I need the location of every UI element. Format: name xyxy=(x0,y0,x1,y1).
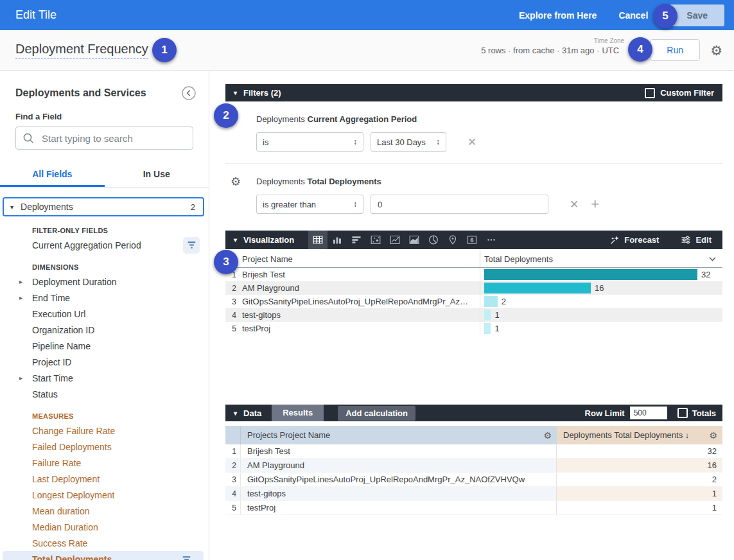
sidebar-field-change-failure-rate[interactable]: Change Failure Rate xyxy=(0,423,209,439)
area-chart-icon[interactable] xyxy=(405,231,424,249)
viz-cell-project-name[interactable]: GitOpsSanityPipeLinesAutoProj_UpRelRepoA… xyxy=(241,297,480,306)
viz-cell-total-deployments[interactable]: 16 xyxy=(480,281,722,295)
single-value-icon[interactable]: 6 xyxy=(462,231,482,249)
sidebar-field-longest-deployment[interactable]: Longest Deployment xyxy=(0,487,209,503)
viz-cell-project-name[interactable]: test-gitops xyxy=(241,310,480,320)
scatter-plot-icon[interactable] xyxy=(366,231,385,249)
field-search-box[interactable] xyxy=(15,127,193,150)
sidebar-field-execution-url[interactable]: Execution Url xyxy=(0,306,209,322)
sidebar-group-deployments[interactable]: ▾ Deployments 2 xyxy=(3,197,204,216)
deployment-bar[interactable] xyxy=(484,310,491,320)
sidebar-field-median-duration[interactable]: Median Duration xyxy=(0,519,209,535)
data-cell-project-name[interactable]: test-gitops xyxy=(241,487,557,500)
viz-cell-project-name[interactable]: AM Playground xyxy=(241,283,480,293)
totals-checkbox[interactable] xyxy=(677,408,688,418)
data-cell-total-deployments[interactable]: 1 xyxy=(557,487,722,500)
viz-cell-project-name[interactable]: testProj xyxy=(241,324,480,333)
edit-viz-button[interactable]: Edit xyxy=(681,235,712,245)
sidebar-field-deployment-duration[interactable]: ▸Deployment Duration xyxy=(0,274,209,290)
add-calculation-button[interactable]: Add calculation xyxy=(338,406,415,421)
collapse-sidebar-icon[interactable] xyxy=(182,86,196,100)
page-title[interactable]: Deployment Frequency xyxy=(15,42,148,59)
visualization-section-bar[interactable]: ▾ Visualization 6 Forecast Edit xyxy=(225,231,722,249)
collapse-caret-icon[interactable]: ▾ xyxy=(234,410,237,417)
sidebar-field-failed-deployments[interactable]: Failed Deployments xyxy=(0,439,209,455)
sidebar-field-project-id[interactable]: Project ID xyxy=(0,354,209,370)
pie-chart-icon[interactable] xyxy=(424,231,443,249)
filter-gear-icon[interactable]: ⚙ xyxy=(231,175,241,189)
sidebar-field-total-deployments[interactable]: Total Deployments xyxy=(3,551,204,560)
deployment-bar[interactable] xyxy=(484,269,697,280)
data-cell-total-deployments[interactable]: 16 xyxy=(557,459,722,472)
data-col-total-deployments[interactable]: Deployments Total Deployments ↓ ⚙ xyxy=(557,426,722,444)
custom-filter-checkbox[interactable] xyxy=(645,88,655,98)
sidebar-field-success-rate[interactable]: Success Rate xyxy=(0,535,209,551)
sidebar-field-mean-duration[interactable]: Mean duration xyxy=(0,503,209,519)
filters-section-bar[interactable]: ▾ Filters (2) Custom Filter xyxy=(225,84,722,101)
filter-operator-select[interactable]: is ↕ xyxy=(256,132,363,152)
bar-chart-icon[interactable] xyxy=(347,231,366,249)
data-cell-project-name[interactable]: GitOpsSanityPipeLinesAutoProj_UpRelRepoA… xyxy=(241,473,557,486)
expand-caret-icon[interactable]: ▸ xyxy=(19,374,32,381)
add-filter-icon[interactable]: + xyxy=(591,197,599,211)
data-cell-total-deployments[interactable]: 1 xyxy=(557,501,722,514)
sidebar-field-end-time[interactable]: ▸End Time xyxy=(0,290,209,306)
table-icon[interactable] xyxy=(308,231,328,249)
map-pin-icon[interactable] xyxy=(443,231,462,249)
deployment-bar[interactable] xyxy=(484,296,498,307)
viz-col-project-name[interactable]: Project Name xyxy=(241,254,480,264)
filter-value-select[interactable]: Last 30 Days ↕ xyxy=(371,132,446,152)
line-chart-icon[interactable] xyxy=(385,231,405,249)
explore-from-here-link[interactable]: Explore from Here xyxy=(519,10,597,21)
sidebar-field-pipeline-name[interactable]: Pipeline Name xyxy=(0,338,209,354)
collapse-caret-icon[interactable]: ▾ xyxy=(234,236,237,243)
data-cell-project-name[interactable]: Brijesh Test xyxy=(241,444,557,458)
sidebar-field-start-time[interactable]: ▸Start Time xyxy=(0,370,209,386)
expand-caret-icon[interactable]: ▸ xyxy=(19,294,32,301)
deployment-bar[interactable] xyxy=(484,283,591,293)
viz-cell-total-deployments[interactable]: 32 xyxy=(480,268,722,281)
data-cell-total-deployments[interactable]: 2 xyxy=(557,473,722,486)
query-settings-gear-icon[interactable]: ⚙ xyxy=(710,44,722,57)
data-section-bar[interactable]: ▾ Data Results Add calculation Row Limit… xyxy=(225,405,722,421)
filter-value-input[interactable] xyxy=(371,195,548,214)
column-gear-icon[interactable]: ⚙ xyxy=(709,431,717,440)
remove-filter-icon[interactable]: ✕ xyxy=(570,198,579,211)
sidebar-field-organization-id[interactable]: Organization ID xyxy=(0,322,209,338)
tab-all-fields[interactable]: All Fields xyxy=(0,165,105,187)
tab-in-use[interactable]: In Use xyxy=(105,165,209,187)
save-button[interactable]: Save xyxy=(670,4,724,26)
select-updown-icon: ↕ xyxy=(353,137,357,146)
data-cell-total-deployments[interactable]: 32 xyxy=(557,444,722,458)
chevron-down-icon[interactable] xyxy=(709,257,722,261)
column-gear-icon[interactable]: ⚙ xyxy=(543,431,552,440)
sidebar-field-last-deployment[interactable]: Last Deployment xyxy=(0,471,209,487)
field-search-input[interactable] xyxy=(40,132,186,144)
column-chart-icon[interactable] xyxy=(328,231,347,249)
viz-cell-total-deployments[interactable]: 2 xyxy=(480,295,722,308)
results-tab[interactable]: Results xyxy=(272,405,324,421)
viz-cell-total-deployments[interactable]: 1 xyxy=(480,308,722,322)
data-cell-project-name[interactable]: testProj xyxy=(241,501,557,514)
collapse-caret-icon[interactable]: ▾ xyxy=(10,204,13,211)
viz-col-total-deployments[interactable]: Total Deployments xyxy=(480,250,722,267)
filter-operator-select[interactable]: is greater than ↕ xyxy=(256,195,363,214)
sidebar-field-failure-rate[interactable]: Failure Rate xyxy=(0,455,209,471)
more-icon[interactable] xyxy=(482,231,501,249)
cancel-link[interactable]: Cancel xyxy=(618,10,648,21)
viz-cell-project-name[interactable]: Brijesh Test xyxy=(241,270,480,279)
data-cell-project-name[interactable]: AM Playground xyxy=(241,459,557,472)
collapse-caret-icon[interactable]: ▾ xyxy=(234,89,237,96)
sidebar-field-current-aggregation-period[interactable]: Current Aggregation Period xyxy=(0,237,209,253)
run-button[interactable]: Run xyxy=(650,39,700,61)
remove-filter-icon[interactable]: ✕ xyxy=(467,136,476,149)
filter-applied-icon[interactable] xyxy=(183,237,200,254)
viz-cell-total-deployments[interactable]: 1 xyxy=(480,322,722,335)
sidebar-field-status[interactable]: Status xyxy=(0,386,209,402)
expand-caret-icon[interactable]: ▸ xyxy=(19,278,32,285)
data-col-project-name[interactable]: Projects Project Name ⚙ xyxy=(241,426,557,444)
row-limit-input[interactable] xyxy=(630,407,667,419)
filter-applied-icon[interactable] xyxy=(178,551,195,560)
deployment-bar[interactable] xyxy=(484,323,491,334)
forecast-button[interactable]: Forecast xyxy=(610,235,659,245)
